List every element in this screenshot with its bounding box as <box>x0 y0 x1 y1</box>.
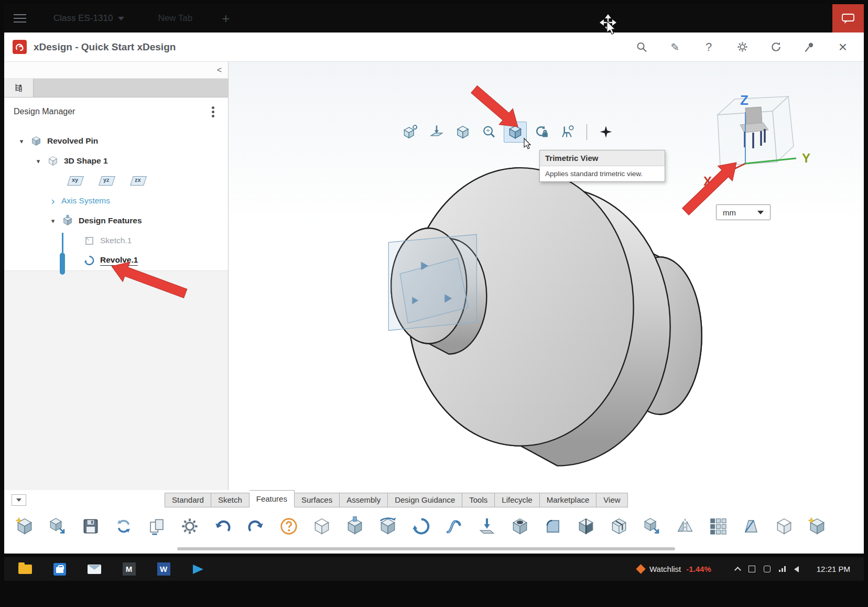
pin-view-toolbar-icon[interactable] <box>594 122 617 143</box>
chevron-right-icon[interactable]: › <box>49 197 57 204</box>
tree-item-axis-systems[interactable]: › Axis Systems <box>4 191 228 211</box>
menu-icon[interactable] <box>14 14 26 23</box>
fillet-icon[interactable] <box>541 514 565 538</box>
tab-marketplace[interactable]: Marketplace <box>540 493 597 507</box>
insert-component-icon[interactable] <box>46 514 70 538</box>
rollback-handle[interactable] <box>60 253 65 275</box>
tree-item-shape[interactable]: ▾ 3D Shape 1 <box>4 151 228 171</box>
m-app-icon[interactable]: M <box>122 562 136 577</box>
new-tab-button[interactable]: New Tab <box>158 13 192 24</box>
named-views-icon[interactable] <box>451 122 474 143</box>
combine-icon[interactable] <box>772 514 796 538</box>
options-icon[interactable] <box>178 514 202 538</box>
zoom-fit-icon[interactable] <box>478 122 501 143</box>
expand-caret-icon[interactable]: ▾ <box>35 157 42 165</box>
tab-surfaces[interactable]: Surfaces <box>295 493 340 507</box>
plane-zx-icon[interactable]: zx <box>129 175 148 187</box>
derive-icon[interactable] <box>640 514 664 538</box>
trimetric-view-icon[interactable] <box>504 122 527 143</box>
tab-features[interactable]: Features <box>249 490 295 507</box>
undo-icon[interactable] <box>211 514 235 538</box>
sketch-planes[interactable] <box>388 234 476 330</box>
normal-to-icon[interactable] <box>425 122 448 143</box>
chevron-down-icon[interactable] <box>118 17 124 20</box>
lock-rotation-icon[interactable] <box>530 122 553 143</box>
3d-viewport[interactable]: Trimetric View Applies standard trimetri… <box>229 62 864 490</box>
tree-view-tab[interactable] <box>4 79 34 97</box>
more-icon[interactable] <box>805 514 829 538</box>
ribbon-collapse-button[interactable] <box>12 494 26 506</box>
watchlist-label: Watchlist <box>649 565 681 573</box>
tab-assembly[interactable]: Assembly <box>340 493 388 507</box>
extrude-icon[interactable] <box>343 514 367 538</box>
orientation-triad[interactable]: Z Y X <box>694 75 820 207</box>
store-icon[interactable] <box>52 562 67 577</box>
sweep-icon[interactable] <box>442 514 466 538</box>
tray-display-icon[interactable] <box>764 566 771 572</box>
send-icon[interactable] <box>191 562 205 577</box>
share-icon[interactable] <box>145 514 169 538</box>
refresh-icon[interactable] <box>769 41 782 53</box>
mirror-icon[interactable] <box>673 514 697 538</box>
hidden-icons-chevron[interactable] <box>734 567 741 573</box>
chamfer-icon[interactable] <box>574 514 598 538</box>
units-dropdown[interactable]: mm <box>716 204 771 220</box>
panel-collapse-button[interactable]: < <box>4 62 228 79</box>
tab-tools[interactable]: Tools <box>462 493 495 507</box>
tab-view[interactable]: View <box>596 493 627 507</box>
network-icon[interactable] <box>779 566 786 572</box>
browser-bar: Class ES-1310 New Tab + <box>4 4 864 32</box>
part-icon <box>30 135 42 147</box>
markup-icon[interactable]: ✎ <box>669 41 681 53</box>
primitive-box-icon[interactable] <box>310 514 334 538</box>
close-icon[interactable]: × <box>837 41 849 53</box>
help-icon[interactable] <box>277 514 301 538</box>
add-tab-button[interactable]: + <box>222 13 230 24</box>
clock[interactable]: 12:21 PM <box>817 565 850 573</box>
search-icon[interactable] <box>635 41 648 53</box>
plane-xy-icon[interactable]: xy <box>66 175 85 187</box>
pin-icon[interactable] <box>803 41 816 53</box>
watchlist-ticker[interactable]: Watchlist -1.44% <box>637 565 711 573</box>
browser-tab[interactable]: Class ES-1310 <box>53 13 124 24</box>
view-modes-icon[interactable] <box>399 122 422 143</box>
chat-button[interactable] <box>832 4 864 32</box>
tree-item-design-features[interactable]: ▾ Design Features <box>4 211 228 231</box>
redo-icon[interactable] <box>244 514 268 538</box>
view-settings-icon[interactable] <box>556 122 579 143</box>
sketch-icon <box>83 234 95 247</box>
shell-icon[interactable] <box>607 514 631 538</box>
file-explorer-icon[interactable] <box>18 562 32 577</box>
tree-item-revolve[interactable]: Revolve.1 <box>4 251 228 270</box>
revolve-axis-icon[interactable] <box>409 514 433 538</box>
expand-caret-icon[interactable]: ▾ <box>18 137 25 145</box>
tab-design-guidance[interactable]: Design Guidance <box>388 493 462 507</box>
z-axis-label: Z <box>740 92 748 108</box>
pattern-icon[interactable] <box>706 514 730 538</box>
volume-icon[interactable] <box>794 566 799 572</box>
draft-icon[interactable] <box>739 514 763 538</box>
view-toolbar <box>399 122 617 143</box>
help-icon[interactable]: ? <box>702 41 715 53</box>
more-options-icon[interactable] <box>212 111 214 113</box>
expand-caret-icon[interactable]: ▾ <box>49 217 57 225</box>
tree-item-sketch[interactable]: Sketch.1 <box>4 231 228 251</box>
tree-item-label: Revolve.1 <box>100 255 138 266</box>
tab-sketch[interactable]: Sketch <box>211 493 249 507</box>
rollback-bar[interactable] <box>62 233 63 253</box>
settings-icon[interactable] <box>736 41 748 53</box>
word-icon[interactable]: W <box>156 562 171 577</box>
update-icon[interactable] <box>112 514 136 538</box>
new-3d-shape-icon[interactable] <box>13 514 37 538</box>
tree-item-root[interactable]: ▾ Revolved Pin <box>4 131 228 151</box>
tab-lifecycle[interactable]: Lifecycle <box>495 493 539 507</box>
scrollbar-thumb[interactable] <box>177 547 675 550</box>
hole-icon[interactable] <box>508 514 532 538</box>
tab-standard[interactable]: Standard <box>165 493 211 507</box>
save-icon[interactable] <box>79 514 103 538</box>
plane-yz-icon[interactable]: yz <box>97 175 116 187</box>
revolve-icon[interactable] <box>376 514 400 538</box>
tray-app-icon[interactable] <box>748 566 755 572</box>
thicken-icon[interactable] <box>475 514 499 538</box>
mail-icon[interactable] <box>87 562 102 577</box>
